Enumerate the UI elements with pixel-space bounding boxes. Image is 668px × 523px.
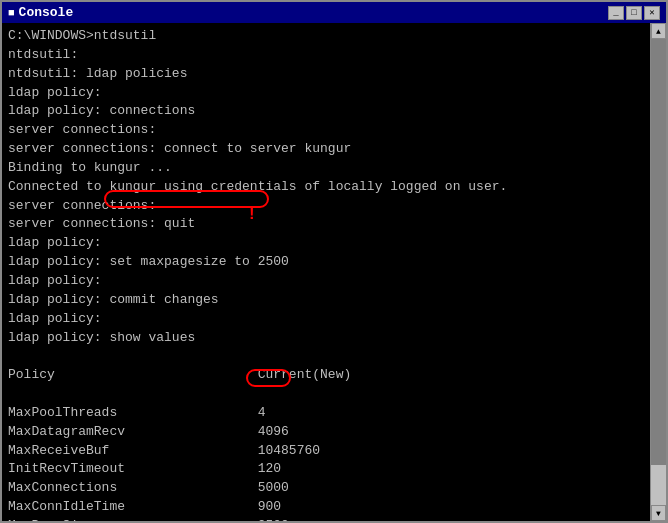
title-controls[interactable]: _ □ ✕ xyxy=(608,6,660,20)
close-button[interactable]: ✕ xyxy=(644,6,660,20)
console-window: ■ Console _ □ ✕ C:\WINDOWS>ntdsutil ntds… xyxy=(0,0,668,523)
scrollbar-thumb[interactable] xyxy=(651,465,666,505)
window-title: Console xyxy=(19,5,74,20)
minimize-button[interactable]: _ xyxy=(608,6,624,20)
console-icon: ■ xyxy=(8,7,15,19)
title-bar-left: ■ Console xyxy=(8,5,73,20)
scroll-down-button[interactable]: ▼ xyxy=(651,505,666,521)
scroll-up-button[interactable]: ▲ xyxy=(651,23,666,39)
title-bar: ■ Console _ □ ✕ xyxy=(2,2,666,23)
maximize-button[interactable]: □ xyxy=(626,6,642,20)
scrollbar[interactable]: ▲ ▼ xyxy=(650,23,666,521)
console-output: C:\WINDOWS>ntdsutil ntdsutil: ntdsutil: … xyxy=(8,27,660,521)
console-body: C:\WINDOWS>ntdsutil ntdsutil: ntdsutil: … xyxy=(2,23,666,521)
scrollbar-track xyxy=(651,39,666,505)
